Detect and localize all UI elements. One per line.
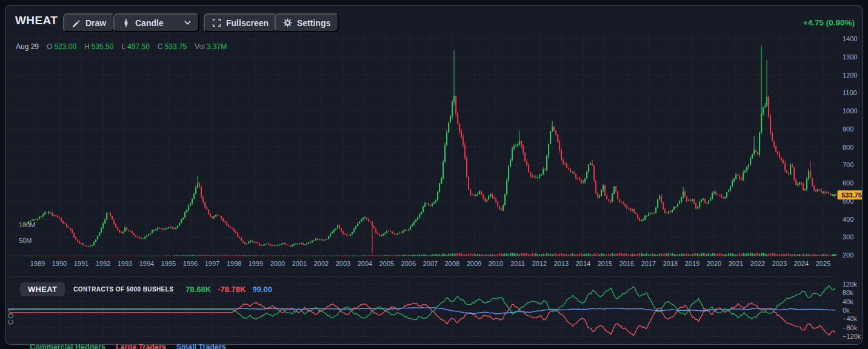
quote-high: H535.50: [84, 42, 113, 51]
svg-text:400: 400: [843, 216, 853, 223]
candle-style-dropdown[interactable]: Candle: [113, 13, 199, 32]
svg-text:−40k: −40k: [843, 315, 858, 322]
cot-pane-label: COT: [7, 297, 15, 334]
cot-large-value: -78.78K: [218, 285, 245, 294]
svg-text:2017: 2017: [641, 260, 656, 267]
svg-text:2014: 2014: [576, 260, 590, 267]
fullscreen-button[interactable]: Fullscreen: [204, 13, 277, 32]
svg-text:2000: 2000: [270, 260, 285, 267]
svg-text:−120k: −120k: [843, 333, 861, 340]
legend-item[interactable]: Large Traders: [116, 343, 166, 349]
svg-text:2002: 2002: [314, 260, 329, 267]
cot-subtitle: CONTRACTS OF 5000 BUSHELS: [73, 286, 173, 293]
svg-text:900: 900: [843, 125, 853, 133]
svg-text:2018: 2018: [663, 260, 678, 267]
pencil-icon: [72, 18, 81, 27]
svg-text:2024: 2024: [794, 260, 809, 267]
svg-text:1997: 1997: [205, 260, 219, 267]
svg-text:2006: 2006: [401, 260, 416, 267]
svg-text:2008: 2008: [445, 260, 459, 267]
svg-text:80k: 80k: [843, 289, 853, 296]
svg-text:300: 300: [843, 233, 853, 241]
symbol-title: WHEAT: [15, 14, 58, 27]
daily-change: +4.75 (0.90%): [803, 18, 855, 27]
svg-text:2007: 2007: [423, 260, 438, 267]
svg-text:1989: 1989: [30, 260, 45, 267]
svg-text:1996: 1996: [183, 260, 198, 267]
svg-text:50M: 50M: [19, 237, 32, 244]
candle-style-label: Candle: [135, 18, 164, 28]
svg-text:2009: 2009: [467, 260, 481, 267]
quote-open: O523.00: [47, 42, 76, 51]
svg-text:533.75: 533.75: [841, 191, 862, 199]
svg-text:2011: 2011: [510, 260, 525, 267]
svg-text:−80k: −80k: [843, 324, 858, 331]
chart-window: 1400130012001100100090080070060050040030…: [0, 0, 868, 349]
chart-panel: 1400130012001100100090080070060050040030…: [5, 5, 863, 345]
svg-text:1995: 1995: [161, 260, 176, 267]
settings-button-label: Settings: [297, 18, 330, 28]
svg-text:1999: 1999: [249, 260, 263, 267]
svg-text:2020: 2020: [707, 260, 721, 267]
draw-button-label: Draw: [85, 18, 106, 28]
svg-text:2003: 2003: [336, 260, 350, 267]
svg-text:2012: 2012: [532, 260, 547, 267]
settings-button[interactable]: Settings: [275, 13, 339, 32]
gear-icon: [283, 18, 292, 27]
svg-text:120k: 120k: [843, 281, 857, 288]
svg-text:1993: 1993: [118, 260, 132, 267]
svg-text:600: 600: [843, 179, 853, 187]
cot-commercial-value: 78.68K: [185, 285, 211, 294]
svg-text:1300: 1300: [843, 53, 857, 61]
quote-low: L497.50: [121, 42, 149, 51]
fullscreen-icon: [212, 18, 221, 27]
svg-text:1100: 1100: [843, 89, 857, 96]
legend-item[interactable]: Commercial Hedgers: [30, 343, 105, 349]
svg-text:1992: 1992: [96, 260, 110, 267]
svg-text:2004: 2004: [358, 260, 372, 267]
svg-text:1990: 1990: [52, 260, 67, 267]
svg-text:40k: 40k: [843, 298, 853, 305]
svg-text:1400: 1400: [843, 35, 857, 42]
candlestick-icon: [122, 18, 130, 28]
svg-text:2001: 2001: [292, 260, 307, 267]
svg-text:700: 700: [843, 161, 853, 168]
svg-text:0k: 0k: [843, 307, 850, 314]
svg-text:1998: 1998: [227, 260, 241, 267]
cot-legend: Commercial HedgersLarge TradersSmall Tra…: [30, 343, 226, 349]
svg-text:200: 200: [843, 251, 853, 259]
cot-pane-header: WHEAT CONTRACTS OF 5000 BUSHELS 78.68K -…: [20, 282, 272, 296]
cot-small-value: 99.00: [252, 285, 272, 294]
draw-button[interactable]: Draw: [63, 13, 115, 32]
svg-text:2015: 2015: [598, 260, 612, 267]
cot-symbol-badge[interactable]: WHEAT: [20, 282, 65, 296]
svg-text:2022: 2022: [750, 260, 765, 267]
svg-text:800: 800: [843, 144, 853, 151]
fullscreen-button-label: Fullscreen: [226, 18, 269, 28]
svg-text:1200: 1200: [843, 71, 857, 79]
svg-text:2023: 2023: [772, 260, 787, 267]
quote-close: C533.75: [158, 42, 187, 51]
svg-text:100M: 100M: [19, 221, 36, 228]
svg-text:2019: 2019: [685, 260, 699, 267]
ohlc-readout: Aug 29 O523.00 H535.50 L497.50 C533.75 V…: [16, 42, 227, 51]
svg-text:2013: 2013: [554, 260, 569, 267]
svg-text:2021: 2021: [729, 260, 743, 267]
svg-text:2016: 2016: [619, 260, 634, 267]
svg-text:2005: 2005: [379, 260, 394, 267]
legend-item[interactable]: Small Traders: [176, 343, 226, 349]
chevron-down-icon: [184, 21, 191, 25]
quote-volume: Vol3.37M: [195, 42, 227, 51]
svg-text:1000: 1000: [843, 107, 857, 115]
svg-text:2025: 2025: [816, 260, 830, 267]
svg-text:1991: 1991: [74, 260, 88, 267]
cot-values: 78.68K -78.78K 99.00: [185, 285, 272, 294]
svg-text:1994: 1994: [139, 260, 154, 267]
svg-text:2010: 2010: [489, 260, 503, 267]
quote-date: Aug 29: [16, 42, 39, 51]
